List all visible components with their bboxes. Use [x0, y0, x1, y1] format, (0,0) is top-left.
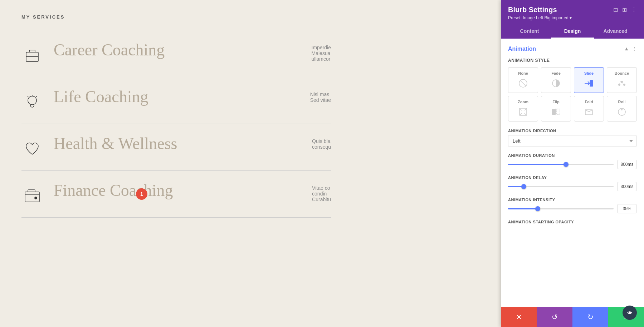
anim-icon-flip — [550, 106, 562, 118]
direction-label: Animation Direction — [508, 129, 637, 133]
lightbulb-icon — [21, 91, 43, 113]
service-title-life: Life Coaching — [54, 88, 148, 106]
delay-thumb[interactable] — [521, 184, 526, 189]
section-more-icon[interactable]: ⋮ — [632, 46, 637, 52]
svg-line-20 — [519, 113, 522, 115]
panel-body: Animation ▲ ⋮ Animation Style None Fade — [501, 39, 644, 307]
duration-value[interactable]: 800ms — [617, 160, 637, 169]
animation-section-label: Animation — [508, 46, 536, 52]
panel-header: Blurb Settings ⊡ ⊞ ⋮ Preset: Image Left … — [501, 0, 644, 39]
cancel-button[interactable]: ✕ — [501, 307, 537, 327]
svg-line-19 — [525, 108, 527, 110]
heart-icon — [21, 138, 43, 160]
anim-icon-roll — [616, 106, 628, 118]
svg-point-2 — [28, 96, 36, 105]
svg-line-21 — [525, 113, 527, 115]
duration-label: Animation Duration — [508, 153, 637, 158]
anim-icon-fold — [583, 106, 595, 118]
delay-value[interactable]: 300ms — [617, 182, 637, 191]
direction-select[interactable]: Left Right Top Bottom — [508, 135, 637, 147]
wallet-icon — [21, 185, 43, 207]
anim-icon-bounce — [616, 78, 628, 89]
panel-tabs: Content Design Advanced — [508, 25, 637, 39]
corner-action-button[interactable] — [623, 306, 637, 320]
section-header-icons: ▲ ⋮ — [624, 46, 637, 52]
expand-icon[interactable]: ⊡ — [613, 6, 618, 13]
intensity-label: Animation Intensity — [508, 198, 637, 202]
panel-title-icons: ⊡ ⊞ ⋮ — [613, 6, 637, 13]
delay-slider-row: 300ms — [508, 182, 637, 191]
svg-line-4 — [36, 96, 37, 97]
service-item-finance: Finance Coaching Vitae co condin Curabit… — [21, 171, 331, 218]
undo-button[interactable]: ↺ — [537, 307, 572, 327]
anim-label-zoom: Zoom — [518, 100, 528, 104]
animation-section-header: Animation ▲ ⋮ — [508, 46, 637, 52]
opacity-label: Animation Starting Opacity — [508, 220, 637, 224]
svg-point-27 — [621, 109, 623, 110]
animation-opacity-group: Animation Starting Opacity — [508, 220, 637, 224]
duration-track[interactable] — [508, 164, 614, 165]
tab-advanced[interactable]: Advanced — [594, 25, 637, 39]
service-item-career: Career Coaching Imperdie Malesua ullamco… — [21, 30, 331, 77]
intensity-track[interactable] — [508, 208, 614, 209]
settings-panel: Blurb Settings ⊡ ⊞ ⋮ Preset: Image Left … — [501, 0, 644, 327]
anim-label-fade: Fade — [551, 71, 561, 75]
anim-label-fold: Fold — [585, 100, 593, 104]
svg-rect-23 — [556, 109, 560, 115]
service-title-career: Career Coaching — [54, 41, 165, 59]
svg-rect-22 — [552, 109, 556, 115]
duration-thumb[interactable] — [564, 162, 569, 167]
service-text-health: Quis bla consequ — [312, 135, 331, 150]
anim-option-fold[interactable]: Fold — [574, 96, 604, 122]
intensity-thumb[interactable] — [535, 206, 540, 211]
columns-icon[interactable]: ⊞ — [622, 6, 627, 13]
duration-fill — [508, 164, 566, 165]
duration-slider-row: 800ms — [508, 160, 637, 169]
anim-option-bounce[interactable]: Bounce — [607, 67, 637, 93]
anim-option-fade[interactable]: Fade — [541, 67, 571, 93]
redo-button[interactable]: ↻ — [572, 307, 608, 327]
svg-line-18 — [519, 108, 522, 110]
animation-style-label: Animation Style — [508, 58, 637, 63]
anim-option-none[interactable]: None — [508, 67, 538, 93]
tab-design[interactable]: Design — [551, 25, 594, 39]
service-text-career: Imperdie Malesua ullamcor — [312, 41, 331, 62]
anim-icon-fade — [550, 78, 562, 89]
tab-content[interactable]: Content — [508, 25, 551, 39]
service-title-finance: Finance Coaching — [54, 182, 173, 200]
anim-icon-zoom — [517, 106, 529, 118]
panel-preset[interactable]: Preset: Image Left Big imported ▾ — [508, 15, 637, 20]
service-title-health: Health & Wellness — [54, 135, 177, 153]
animation-duration-group: Animation Duration 800ms — [508, 153, 637, 169]
anim-option-roll[interactable]: Roll — [607, 96, 637, 122]
service-item-health: Health & Wellness Quis bla consequ — [21, 124, 331, 171]
more-icon[interactable]: ⋮ — [631, 6, 637, 13]
main-content: MY SERVICES Career Coaching Imperdie Mal… — [0, 0, 352, 327]
service-item-life: Life Coaching Nisl mas Sed vitae — [21, 77, 331, 124]
service-text-life: Nisl mas Sed vitae — [310, 88, 331, 103]
delay-label: Animation Delay — [508, 175, 637, 180]
panel-title: Blurb Settings — [508, 6, 557, 14]
svg-rect-0 — [26, 52, 38, 61]
intensity-fill — [508, 208, 538, 209]
panel-title-row: Blurb Settings ⊡ ⊞ ⋮ — [508, 6, 637, 14]
delay-track[interactable] — [508, 186, 614, 187]
anim-label-none: None — [518, 71, 528, 75]
svg-rect-6 — [25, 192, 39, 202]
anim-label-flip: Flip — [552, 100, 560, 104]
animation-delay-group: Animation Delay 300ms — [508, 175, 637, 191]
collapse-icon[interactable]: ▲ — [624, 46, 629, 52]
bottom-toolbar: ✕ ↺ ↻ ✓ — [501, 307, 644, 327]
anim-icon-none — [517, 78, 529, 89]
anim-option-slide[interactable]: Slide — [574, 67, 604, 93]
section-title: MY SERVICES — [21, 14, 331, 20]
intensity-value[interactable]: 35% — [617, 204, 637, 213]
svg-line-5 — [28, 96, 28, 97]
anim-label-slide: Slide — [584, 71, 594, 75]
animation-intensity-group: Animation Intensity 35% — [508, 198, 637, 213]
anim-option-flip[interactable]: Flip — [541, 96, 571, 122]
anim-icon-slide — [583, 78, 595, 89]
svg-line-9 — [520, 80, 526, 86]
animation-grid: None Fade Slide — [508, 67, 637, 122]
anim-option-zoom[interactable]: Zoom — [508, 96, 538, 122]
